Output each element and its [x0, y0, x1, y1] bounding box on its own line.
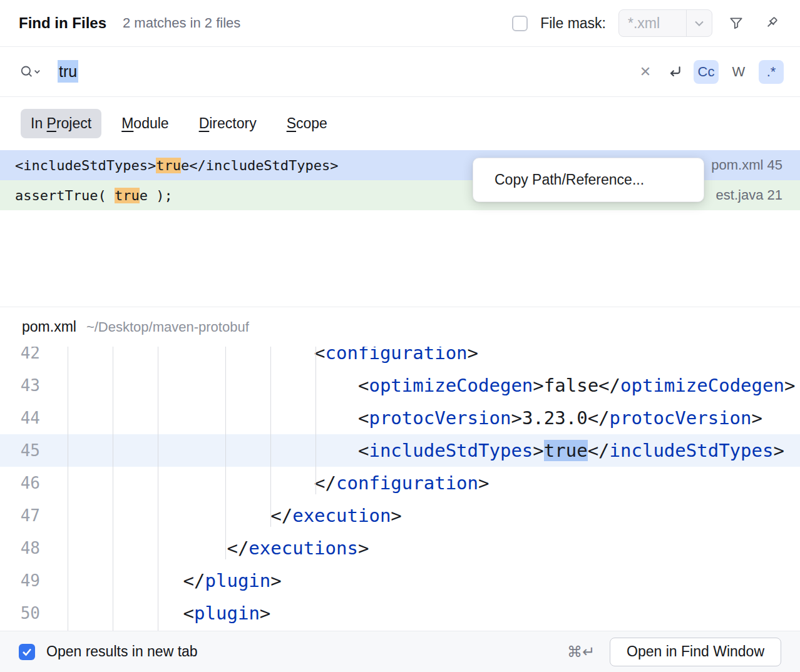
header-actions: File mask: *.xml	[512, 9, 782, 37]
match-highlight: tru	[115, 188, 140, 203]
result-location: est.java 21	[716, 187, 782, 203]
editor-line-42[interactable]: 42 <configuration>	[0, 347, 800, 369]
dialog-footer: Open results in new tab ⌘↵ Open in Find …	[0, 631, 800, 672]
result-text: <includeStdTypes>true</includeStdTypes>	[15, 158, 339, 173]
tab-directory[interactable]: Directory	[189, 109, 267, 138]
search-options: ✕ Cc W .*	[635, 60, 784, 84]
editor-line-46[interactable]: 46 </configuration>	[0, 467, 800, 499]
whole-words-toggle[interactable]: W	[726, 60, 751, 84]
pin-icon[interactable]	[760, 12, 782, 34]
editor-line-50[interactable]: 50 <plugin>	[0, 597, 800, 629]
context-menu: Copy Path/Reference...	[473, 158, 704, 202]
code-text: <protocVersion>3.23.0</protocVersion>	[68, 407, 762, 429]
editor-line-45[interactable]: 45 <includeStdTypes>true</includeStdType…	[0, 434, 800, 467]
chevron-down-icon[interactable]	[687, 21, 712, 26]
file-mask-label: File mask:	[540, 15, 606, 32]
dialog-header: Find in Files 2 matches in 2 files File …	[0, 0, 800, 47]
search-query-text: tru	[58, 60, 78, 83]
result-text: assertTrue( true );	[15, 188, 173, 203]
line-number: 43	[0, 376, 68, 395]
code-preview-editor[interactable]: 42 <configuration>43 <optimizeCodegen>fa…	[0, 347, 800, 631]
open-in-find-window-button[interactable]: Open in Find Window	[610, 638, 781, 666]
open-results-checkbox[interactable]	[19, 644, 35, 660]
footer-actions: ⌘↵ Open in Find Window	[567, 638, 781, 666]
dialog-title: Find in Files	[19, 14, 106, 32]
filter-icon[interactable]	[725, 12, 747, 34]
newline-icon[interactable]	[664, 61, 686, 83]
line-number: 48	[0, 539, 68, 557]
result-location: pom.xml 45	[711, 157, 782, 173]
match-highlight: tru	[156, 158, 181, 173]
close-icon[interactable]: ✕	[635, 64, 656, 80]
tab-scope[interactable]: Scope	[277, 109, 337, 138]
open-results-label: Open results in new tab	[46, 643, 198, 660]
line-number: 49	[0, 571, 68, 590]
line-number: 44	[0, 409, 68, 427]
file-mask-checkbox[interactable]	[512, 16, 528, 31]
tab-module[interactable]: Module	[111, 109, 178, 138]
code-text: <includeStdTypes>true</includeStdTypes>	[68, 440, 784, 461]
editor-line-44[interactable]: 44 <protocVersion>3.23.0</protocVersion>	[0, 402, 800, 434]
editor-line-48[interactable]: 48 </executions>	[0, 532, 800, 564]
line-number: 46	[0, 474, 68, 492]
code-text: <configuration>	[68, 347, 478, 364]
preview-header: pom.xml ~/Desktop/maven-protobuf	[0, 307, 800, 347]
code-text: <plugin>	[68, 603, 270, 624]
line-number: 45	[0, 441, 68, 460]
editor-line-43[interactable]: 43 <optimizeCodegen>false</optimizeCodeg…	[0, 369, 800, 402]
line-number: 47	[0, 506, 68, 525]
file-mask-combo[interactable]: *.xml	[618, 9, 712, 37]
code-text: </execution>	[68, 505, 402, 526]
code-text: </configuration>	[68, 472, 489, 494]
code-text: <optimizeCodegen>false</optimizeCodegen>	[68, 375, 795, 396]
line-number: 42	[0, 347, 68, 362]
code-text: </executions>	[68, 537, 369, 559]
editor-lines: 42 <configuration>43 <optimizeCodegen>fa…	[0, 347, 800, 629]
search-input[interactable]: tru	[58, 63, 78, 81]
search-icon[interactable]	[19, 61, 41, 83]
menu-item-copy-path-reference[interactable]: Copy Path/Reference...	[495, 171, 644, 188]
match-case-toggle[interactable]: Cc	[694, 60, 719, 84]
preview-file-name: pom.xml	[22, 318, 76, 335]
search-bar: tru ✕ Cc W .*	[0, 47, 800, 97]
shortcut-hint: ⌘↵	[567, 643, 595, 661]
editor-line-49[interactable]: 49 </plugin>	[0, 564, 800, 597]
scope-tabs: In Project Module Directory Scope	[0, 97, 800, 150]
results-empty-space	[0, 210, 800, 307]
tab-in-project[interactable]: In Project	[21, 109, 101, 138]
regex-toggle[interactable]: .*	[759, 60, 784, 84]
code-text: </plugin>	[68, 570, 282, 591]
editor-line-47[interactable]: 47 </execution>	[0, 499, 800, 532]
file-mask-value: *.xml	[619, 15, 686, 32]
line-number: 50	[0, 604, 68, 623]
preview-file-path: ~/Desktop/maven-protobuf	[86, 319, 249, 335]
match-summary: 2 matches in 2 files	[123, 15, 240, 31]
